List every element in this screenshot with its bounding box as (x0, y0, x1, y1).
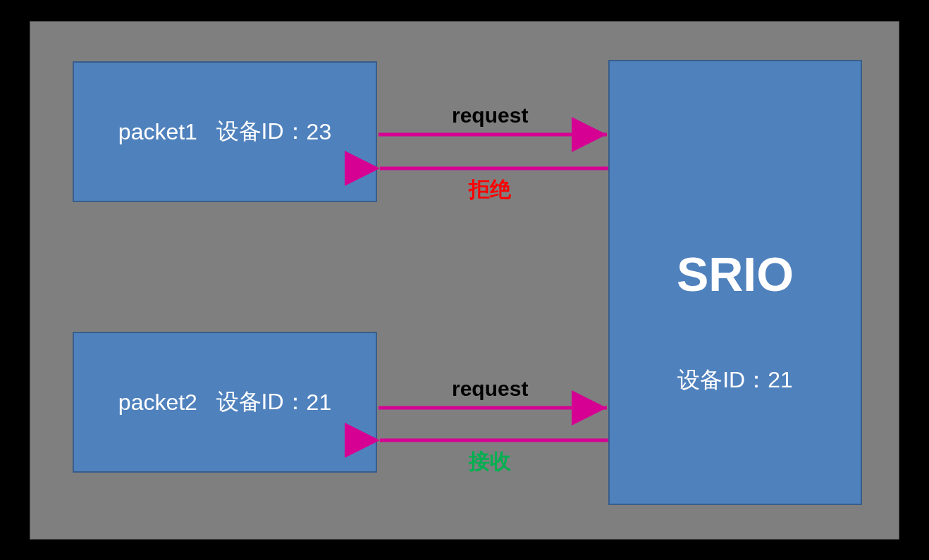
label-request-1: request (452, 104, 528, 127)
label-request-2: request (452, 377, 528, 401)
label-accept: 接收 (469, 447, 511, 476)
srio-box: SRIO 设备ID：21 (608, 60, 862, 505)
srio-device: 设备ID：21 (677, 365, 793, 396)
srio-device-label: 设备ID： (677, 367, 768, 392)
packet1-box: packet1 设备ID：23 (73, 61, 377, 202)
packet1-name: packet1 (118, 119, 197, 145)
packet2-device-label: 设备ID： (216, 387, 307, 418)
packet2-name: packet2 (118, 390, 197, 416)
packet1-device-label: 设备ID： (216, 116, 307, 147)
srio-device-id: 21 (768, 367, 793, 392)
srio-title: SRIO (677, 247, 794, 301)
packet2-device-id: 21 (307, 390, 332, 416)
label-reject: 拒绝 (469, 175, 511, 204)
diagram-canvas: packet1 设备ID：23 packet2 设备ID：21 SRIO 设备I… (30, 21, 899, 540)
packet1-device-id: 23 (307, 119, 332, 145)
packet2-box: packet2 设备ID：21 (73, 332, 377, 473)
